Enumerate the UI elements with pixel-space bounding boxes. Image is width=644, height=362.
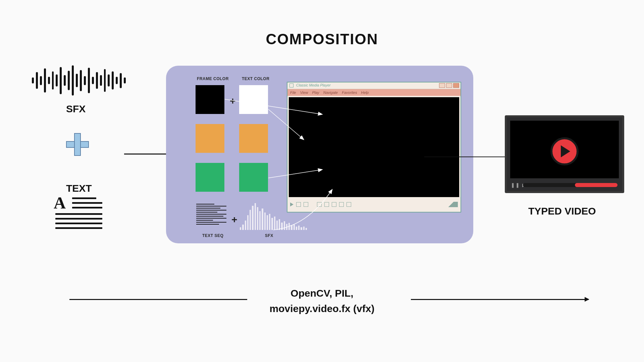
menu-item[interactable]: File (290, 90, 296, 95)
text-seq-icon (196, 202, 226, 226)
play-button-icon[interactable] (550, 137, 579, 166)
next-icon[interactable] (339, 202, 344, 207)
text-seq-label: TEXT SEQ (202, 233, 223, 238)
footer-line-left (69, 299, 247, 300)
menu-item[interactable]: View (300, 90, 308, 95)
menubar: File View Play Navigate Favorites Help (287, 89, 461, 96)
swatch-frame-1 (196, 85, 224, 114)
plus-mini-icon: + (230, 95, 236, 107)
step-icon[interactable] (346, 202, 351, 207)
volume-icon[interactable] (444, 202, 458, 207)
video-screen (289, 97, 459, 197)
footer-line-right-arrow (411, 299, 589, 300)
menu-item[interactable]: Favorites (342, 90, 357, 95)
swatch-text-3 (239, 163, 268, 192)
text-color-label: TEXT COLOR (242, 76, 269, 81)
menu-item[interactable]: Play (312, 90, 319, 95)
libs-line2: moviepy.video.fx (vfx) (0, 303, 644, 314)
prev-icon[interactable] (317, 202, 322, 207)
waveform-icon (32, 65, 126, 96)
progress-bar[interactable] (523, 183, 618, 187)
media-player-window: Classic Media Player File View Play Navi… (287, 82, 461, 213)
plus-mini-icon-2: + (231, 214, 237, 225)
text-icon: A (55, 194, 102, 232)
close-button[interactable] (453, 83, 459, 88)
typed-video-box: ❚❚ ▶ (505, 115, 624, 193)
forward-icon[interactable] (332, 202, 336, 207)
libs-line1: OpenCV, PIL, (0, 288, 644, 299)
swatch-frame-3 (196, 163, 224, 192)
pause-icon[interactable] (296, 202, 301, 207)
diagram-canvas: COMPOSITION SFX TEXT A FRAME COLOR TEXT … (0, 0, 644, 362)
typed-video-label: TYPED VIDEO (528, 205, 596, 217)
play-icon[interactable] (290, 202, 293, 206)
minimize-button[interactable] (439, 83, 445, 88)
page-title: COMPOSITION (0, 31, 644, 48)
text-label: TEXT (66, 183, 92, 194)
sfx-label: SFX (66, 103, 86, 115)
sfx-small-label: SFX (265, 233, 273, 238)
maximize-button[interactable] (446, 83, 452, 88)
frame-color-label: FRAME COLOR (197, 76, 229, 81)
swatch-text-2 (239, 124, 268, 153)
player-controls (287, 198, 461, 210)
plus-icon (65, 132, 90, 157)
menu-item[interactable]: Help (361, 90, 369, 95)
rewind-icon[interactable] (324, 202, 329, 207)
titlebar: Classic Media Player (287, 82, 461, 89)
stop-icon[interactable] (304, 202, 308, 207)
swatch-text-1 (239, 85, 268, 114)
window-icon (289, 83, 293, 87)
window-title: Classic Media Player (296, 83, 331, 87)
menu-item[interactable]: Navigate (323, 90, 338, 95)
swatch-frame-2 (196, 124, 224, 153)
